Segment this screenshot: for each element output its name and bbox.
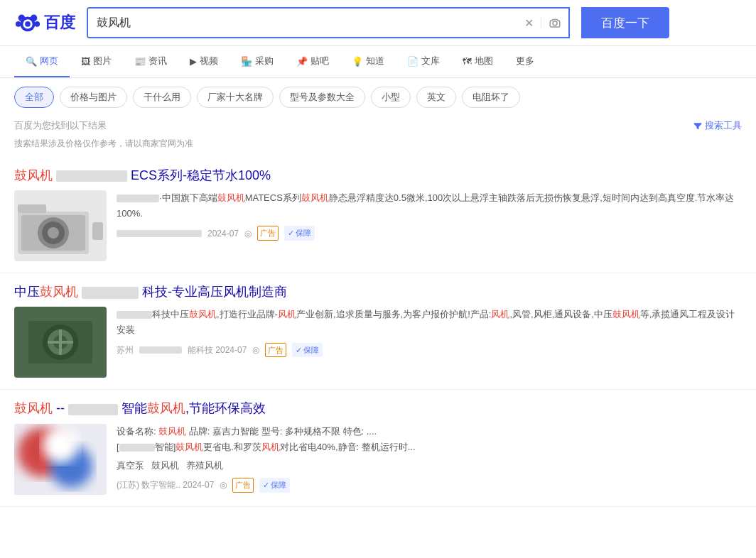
tieba-icon: 📌 <box>296 56 308 67</box>
tab-news[interactable]: 📰 资讯 <box>123 46 178 77</box>
svg-point-2 <box>31 15 38 22</box>
filter-icon <box>693 121 702 130</box>
tab-tieba[interactable]: 📌 贴吧 <box>285 46 340 77</box>
filter-row: 全部 价格与图片 干什么用 厂家十大名牌 型号及参数大全 小型 英文 电阻坏了 <box>0 78 756 116</box>
results-header: 百度为您找到以下结果 搜索工具 <box>0 116 756 138</box>
svg-point-4 <box>35 21 40 27</box>
circle-icon-3: ◎ <box>220 478 227 492</box>
zhidao-icon: 💡 <box>352 56 363 67</box>
ad-badge-1: 广告 <box>257 226 279 241</box>
tab-images[interactable]: 🖼 图片 <box>70 46 123 77</box>
blur-text-1 <box>56 170 127 182</box>
images-icon: 🖼 <box>81 56 90 67</box>
result-body-3: 设备名称: 鼓风机 品牌: 嘉吉力智能 型号: 多种规格不限 特色: .... … <box>14 424 742 495</box>
tag-farming-fan[interactable]: 养殖风机 <box>186 458 223 474</box>
guarantee-badge-2: ✓保障 <box>292 343 323 358</box>
filter-models[interactable]: 型号及参数大全 <box>279 87 365 108</box>
filter-all[interactable]: 全部 <box>14 87 54 108</box>
search-note: 搜索结果涉及价格仅作参考，请以商家官网为准 <box>0 138 756 157</box>
webpage-icon: 🔍 <box>26 56 37 67</box>
wenku-icon: 📄 <box>407 56 418 67</box>
ad-badge-3: 广告 <box>232 478 254 493</box>
result-item-3: 鼓风机 -- 智能鼓风机,节能环保高效 设备名称: 鼓风机 品牌: 嘉吉力智能 … <box>0 390 756 506</box>
camera-icon[interactable] <box>541 16 568 29</box>
header: 百度 ✕ 百度一下 <box>0 0 756 46</box>
tab-video[interactable]: ▶ 视频 <box>178 46 230 77</box>
result-image-3 <box>14 424 107 495</box>
nav-tabs: 🔍 网页 🖼 图片 📰 资讯 ▶ 视频 🏪 采购 📌 贴吧 💡 知道 📄 文库 … <box>0 46 756 78</box>
filter-small[interactable]: 小型 <box>371 87 411 108</box>
svg-rect-13 <box>92 222 103 240</box>
logo: 百度 <box>14 9 75 36</box>
tab-wenku[interactable]: 📄 文库 <box>396 46 451 77</box>
result-desc-1: ·中国旗下高端鼓风机MATECS系列鼓风机静态悬浮精度达0.5微米,100次以上… <box>117 190 742 261</box>
tag-vacuum[interactable]: 真空泵 <box>117 458 144 474</box>
news-icon: 📰 <box>134 56 146 67</box>
result-title-3[interactable]: 鼓风机 -- 智能鼓风机,节能环保高效 <box>14 400 742 417</box>
tab-webpage[interactable]: 🔍 网页 <box>14 46 70 77</box>
check-icon-3: ✓ <box>263 478 269 492</box>
machine-illustration-1 <box>14 190 107 261</box>
video-icon: ▶ <box>190 56 197 67</box>
result-desc-2: 科技中压鼓风机,打造行业品牌-风机产业创新,追求质量与服务,为客户报价护航!产品… <box>117 307 742 378</box>
svg-rect-24 <box>14 307 107 378</box>
filter-price-image[interactable]: 价格与图片 <box>60 87 127 108</box>
search-input[interactable] <box>88 9 517 37</box>
result-tags-3: 真空泵 鼓风机 养殖风机 <box>117 458 742 474</box>
result-desc-3: 设备名称: 鼓风机 品牌: 嘉吉力智能 型号: 多种规格不限 特色: .... … <box>117 424 742 495</box>
filter-usage[interactable]: 干什么用 <box>133 87 191 108</box>
guarantee-badge-1: ✓保障 <box>284 226 315 241</box>
svg-point-12 <box>48 227 59 239</box>
guarantee-badge-3: ✓保障 <box>259 478 290 493</box>
svg-point-7 <box>553 21 557 26</box>
result-item-1: 鼓风机 ECS系列-稳定节水100% ·中国旗下高端鼓风机MATECS系列鼓风机… <box>0 157 756 273</box>
result-body-1: ·中国旗下高端鼓风机MATECS系列鼓风机静态悬浮精度达0.5微米,100次以上… <box>14 190 742 261</box>
result-meta-3: (江苏) 数字智能.. 2024-07 ◎ 广告 ✓保障 <box>117 478 742 493</box>
result-title-1[interactable]: 鼓风机 ECS系列-稳定节水100% <box>14 167 742 185</box>
check-icon-2: ✓ <box>296 344 302 357</box>
clear-icon[interactable]: ✕ <box>517 16 541 30</box>
blur-text-3 <box>68 404 118 415</box>
tab-more[interactable]: 更多 <box>504 46 546 77</box>
svg-rect-29 <box>14 424 107 495</box>
result-image-2 <box>14 307 107 378</box>
ad-badge-2: 广告 <box>265 343 286 358</box>
svg-point-1 <box>18 15 26 22</box>
svg-rect-14 <box>18 204 46 213</box>
result-image-1 <box>14 190 107 261</box>
search-button[interactable]: 百度一下 <box>581 7 669 38</box>
map-icon: 🗺 <box>463 56 472 67</box>
tab-map[interactable]: 🗺 地图 <box>451 46 504 77</box>
machine-illustration-3 <box>14 424 107 495</box>
svg-point-6 <box>25 21 31 27</box>
blur-text-2 <box>82 287 139 298</box>
tab-zhidao[interactable]: 💡 知道 <box>340 46 396 77</box>
result-title-2[interactable]: 中压鼓风机 科技-专业高压风机制造商 <box>14 283 742 301</box>
tab-purchase[interactable]: 🏪 采购 <box>230 46 285 77</box>
filter-top-brands[interactable]: 厂家十大名牌 <box>197 87 274 108</box>
result-meta-1: 2024-07 ◎ 广告 ✓保障 <box>117 226 742 241</box>
logo-text: 百度 <box>44 12 75 33</box>
result-body-2: 科技中压鼓风机,打造行业品牌-风机产业创新,追求质量与服务,为客户报价护航!产品… <box>14 307 742 378</box>
svg-point-3 <box>16 21 21 27</box>
filter-resistor[interactable]: 电阻坏了 <box>462 87 520 108</box>
circle-icon-2: ◎ <box>252 343 259 357</box>
search-bar: ✕ <box>87 7 570 38</box>
result-meta-2: 苏州 能科技 2024-07 ◎ 广告 ✓保障 <box>117 343 742 358</box>
search-tools-button[interactable]: 搜索工具 <box>693 119 742 132</box>
check-icon-1: ✓ <box>288 226 294 240</box>
baidu-logo-icon <box>14 9 41 36</box>
filter-english[interactable]: 英文 <box>416 87 456 108</box>
tag-blower[interactable]: 鼓风机 <box>151 458 179 474</box>
purchase-icon: 🏪 <box>241 56 252 67</box>
machine-illustration-2 <box>14 307 107 378</box>
result-item-2: 中压鼓风机 科技-专业高压风机制造商 科技中压鼓风机,打造行业品牌-风机产业创新… <box>0 273 756 390</box>
circle-icon-1: ◎ <box>244 226 252 241</box>
results-info: 百度为您找到以下结果 <box>14 119 107 132</box>
